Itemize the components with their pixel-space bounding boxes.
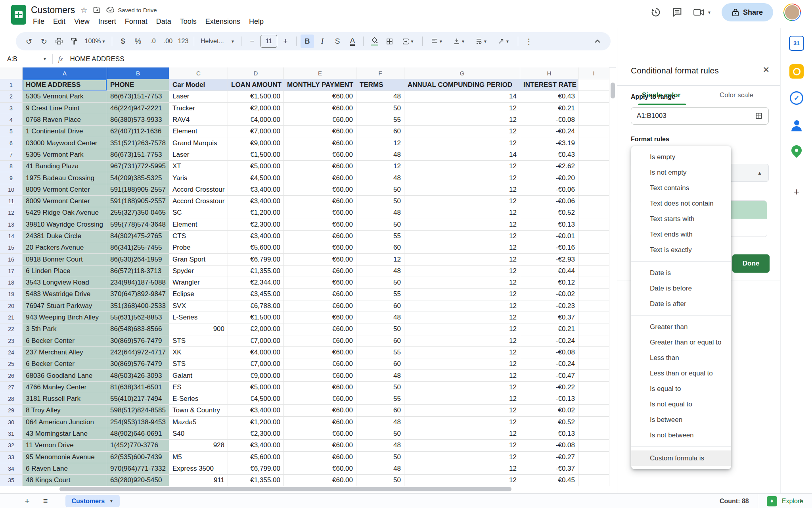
cell[interactable] <box>578 440 609 451</box>
cell[interactable]: 3181 Russell Park <box>23 393 107 405</box>
cell[interactable]: €2,300.00 <box>228 219 284 231</box>
cell[interactable]: €60.00 <box>284 231 356 242</box>
cell[interactable]: €60.00 <box>284 452 356 463</box>
text-wrap-button[interactable]: ▼ <box>471 35 492 48</box>
row-header[interactable]: 2 <box>0 91 23 102</box>
borders-button[interactable] <box>383 35 396 48</box>
cell[interactable]: -€0.20 <box>520 172 578 184</box>
cell[interactable] <box>578 347 609 358</box>
vertical-scrollbar[interactable] <box>611 83 615 98</box>
row-header[interactable]: 15 <box>0 242 23 254</box>
cell[interactable]: €60.00 <box>284 172 356 184</box>
cell[interactable]: 351(368)400-2533 <box>107 300 169 312</box>
cell[interactable]: 234(984)187-5088 <box>107 277 169 289</box>
menu-item-is-between[interactable]: Is between <box>631 412 731 427</box>
cell[interactable]: 12 <box>404 335 520 347</box>
cell[interactable]: XK <box>169 347 228 358</box>
cell[interactable]: €7,000.00 <box>228 358 284 370</box>
cell[interactable]: SC <box>169 207 228 219</box>
cell[interactable]: 12 <box>404 382 520 393</box>
cell[interactable]: €0.13 <box>520 428 578 440</box>
menu-item-text-is-exactly[interactable]: Text is exactly <box>631 242 731 258</box>
font-select[interactable]: Helvet...▼ <box>198 35 237 48</box>
cell[interactable] <box>578 231 609 242</box>
calendar-icon[interactable]: 31 <box>789 36 804 51</box>
cell[interactable]: €60.00 <box>284 417 356 428</box>
menu-view[interactable]: View <box>70 16 94 27</box>
cell[interactable]: STS <box>169 335 228 347</box>
cell[interactable]: 03000 Maywood Center <box>23 137 107 149</box>
cell[interactable]: 55 <box>356 289 404 300</box>
cell[interactable]: 1(452)770-3776 <box>107 440 169 451</box>
currency-format-button[interactable]: $ <box>116 35 130 48</box>
cell[interactable]: 12 <box>404 323 520 335</box>
cell[interactable]: €1,355.00 <box>228 475 284 486</box>
cell[interactable]: €60.00 <box>284 266 356 277</box>
menu-item-is-not-empty[interactable]: Is not empty <box>631 165 731 180</box>
cell[interactable]: €3,400.00 <box>228 184 284 196</box>
row-header[interactable]: 18 <box>0 277 23 289</box>
cell[interactable]: -€3.19 <box>520 137 578 149</box>
row-header[interactable]: 7 <box>0 149 23 161</box>
cell[interactable]: 12 <box>404 254 520 265</box>
meet-icon[interactable]: ▼ <box>693 7 711 18</box>
cell[interactable]: 48 <box>356 440 404 451</box>
decrease-decimals-button[interactable]: .0 <box>146 35 160 48</box>
cell[interactable]: 50 <box>356 196 404 207</box>
row-header[interactable]: 32 <box>0 440 23 451</box>
cell[interactable]: SVX <box>169 300 228 312</box>
cell[interactable] <box>578 242 609 254</box>
row-header[interactable]: 34 <box>0 463 23 475</box>
row-header[interactable]: 23 <box>0 335 23 347</box>
cell[interactable] <box>578 289 609 300</box>
cell[interactable]: €60.00 <box>284 347 356 358</box>
cell[interactable]: -€0.37 <box>520 463 578 475</box>
cell[interactable]: €60.00 <box>284 219 356 231</box>
paint-format-button[interactable] <box>67 35 81 48</box>
cell[interactable]: €60.00 <box>284 335 356 347</box>
cell[interactable]: 12 <box>356 137 404 149</box>
menu-item-greater-than-or-equal-to[interactable]: Greater than or equal to <box>631 335 731 350</box>
cell[interactable]: 48 <box>356 312 404 323</box>
cell[interactable] <box>578 382 609 393</box>
cell[interactable]: 55 <box>356 114 404 126</box>
cell[interactable]: €0.45 <box>520 475 578 486</box>
cell[interactable]: 5305 Vermont Park <box>23 149 107 161</box>
cell[interactable]: €60.00 <box>284 184 356 196</box>
cell[interactable]: €9,000.00 <box>228 370 284 381</box>
column-header-G[interactable]: G <box>404 67 520 79</box>
document-title[interactable]: Customers <box>31 5 75 15</box>
menu-data[interactable]: Data <box>152 16 176 27</box>
count-badge[interactable]: Count: 88 <box>720 498 749 505</box>
decrease-font-size-button[interactable]: − <box>245 35 259 48</box>
menu-item-is-not-equal-to[interactable]: Is not equal to <box>631 396 731 412</box>
cell[interactable]: 11 Vernon Drive <box>23 440 107 451</box>
cell[interactable]: 255(327)350-0465 <box>107 207 169 219</box>
row-header[interactable]: 5 <box>0 126 23 137</box>
cell[interactable]: 12 <box>404 440 520 451</box>
cell[interactable]: 237 Merchant Alley <box>23 347 107 358</box>
cell[interactable]: €0.52 <box>520 417 578 428</box>
cell[interactable]: 0768 Raven Place <box>23 114 107 126</box>
row-header[interactable]: 24 <box>0 347 23 358</box>
row-header[interactable]: 20 <box>0 300 23 312</box>
row-header[interactable]: 8 <box>0 161 23 172</box>
cell[interactable]: -€0.23 <box>520 300 578 312</box>
cell[interactable]: -€0.24 <box>520 358 578 370</box>
cell[interactable]: €60.00 <box>284 393 356 405</box>
cell[interactable]: 967(731)772-5995 <box>107 161 169 172</box>
cell[interactable]: €4,000.00 <box>228 347 284 358</box>
cell[interactable]: 254(953)138-9453 <box>107 417 169 428</box>
range-input[interactable]: A1:B1003 <box>631 107 769 125</box>
cell[interactable]: 064 American Junction <box>23 417 107 428</box>
cell[interactable]: 12 <box>404 393 520 405</box>
cell[interactable]: €60.00 <box>284 300 356 312</box>
column-header-F[interactable]: F <box>356 67 404 79</box>
cell[interactable]: 12 <box>404 231 520 242</box>
cell[interactable]: €60.00 <box>284 289 356 300</box>
cell[interactable]: M5 <box>169 452 228 463</box>
cell[interactable]: 50 <box>356 475 404 486</box>
increase-font-size-button[interactable]: + <box>279 35 292 48</box>
cell[interactable] <box>578 335 609 347</box>
cell[interactable]: 86(572)118-3713 <box>107 266 169 277</box>
